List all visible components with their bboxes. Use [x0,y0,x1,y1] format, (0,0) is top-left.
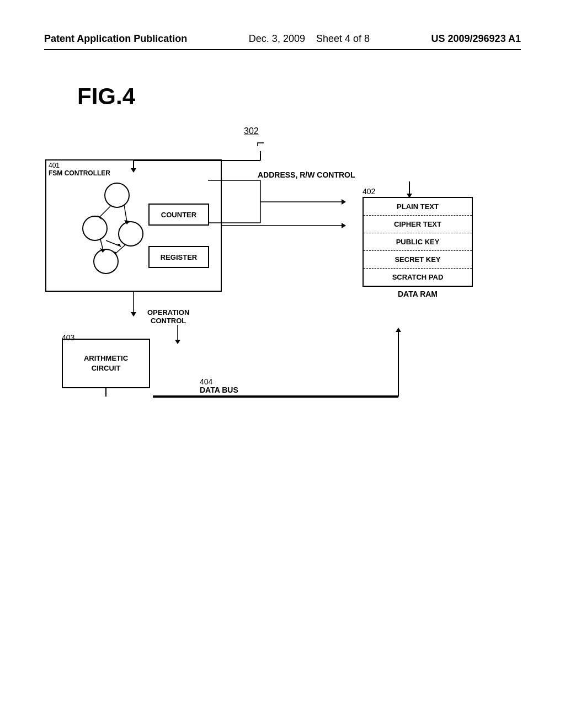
fsm-controller-label: FSM CONTROLLER [49,169,110,177]
cipher-text-row: CIPHER TEXT [364,216,472,233]
header-date-sheet: Dec. 3, 2009 Sheet 4 of 8 [249,33,370,45]
patent-publication-label: Patent Application Publication [44,33,187,45]
ref-402-number: 402 [363,187,375,196]
data-bus-text: DATA BUS [200,386,238,394]
figure-label: FIG.4 [77,83,521,110]
patent-number: US 2009/296923 A1 [431,33,521,45]
register-label: REGISTER [161,253,197,261]
op-control-text: OPERATION [147,308,189,317]
ref-404-number: 404 [200,377,212,386]
data-ram-box: PLAIN TEXT CIPHER TEXT PUBLIC KEY SECRET… [363,197,473,287]
ref-401-label: 401 [49,162,60,169]
svg-marker-15 [396,328,401,332]
diagram-area: ⌐ [45,126,520,512]
ref-302: 302 [244,126,259,136]
data-bus-label: DATA BUS [200,386,238,394]
publication-date: Dec. 3, 2009 [249,33,305,44]
secret-key-row: SECRET KEY [364,251,472,269]
address-rw-label: ADDRESS, R/W CONTROL [258,170,355,179]
scratch-pad-row: SCRATCH PAD [364,269,472,286]
arithmetic-circuit-box: ARITHMETIC CIRCUIT [62,339,150,388]
counter-box: COUNTER [148,204,209,226]
arith-line1: ARITHMETIC [84,354,128,363]
svg-marker-7 [342,223,346,228]
ref-404-label: 404 [200,377,212,386]
data-ram-container: 402 PLAIN TEXT CIPHER TEXT PUBLIC KEY SE… [363,187,473,298]
page-header: Patent Application Publication Dec. 3, 2… [44,33,521,50]
register-box: REGISTER [148,246,209,268]
operation-control-label: OPERATION CONTROL [147,308,189,325]
public-key-row: PUBLIC KEY [364,233,472,251]
data-ram-label: DATA RAM [363,290,473,298]
fsm-controller-box: 401 FSM CONTROLLER COUNTER REGISTER [45,159,222,292]
svg-marker-35 [342,199,346,205]
counter-label: COUNTER [161,211,196,219]
svg-marker-9 [131,312,136,317]
arithmetic-circuit-label: ARITHMETIC CIRCUIT [84,354,128,373]
svg-marker-11 [175,340,180,344]
ref-302-number: 302 [244,126,259,136]
op-control-text2: CONTROL [147,317,189,325]
plain-text-row: PLAIN TEXT [364,198,472,216]
ref-302-bracket: ⌐ [257,135,264,150]
sheet-info: Sheet 4 of 8 [316,33,370,44]
page: Patent Application Publication Dec. 3, 2… [0,0,565,728]
ref-402-label: 402 [363,187,473,196]
arith-line2: CIRCUIT [84,363,128,373]
